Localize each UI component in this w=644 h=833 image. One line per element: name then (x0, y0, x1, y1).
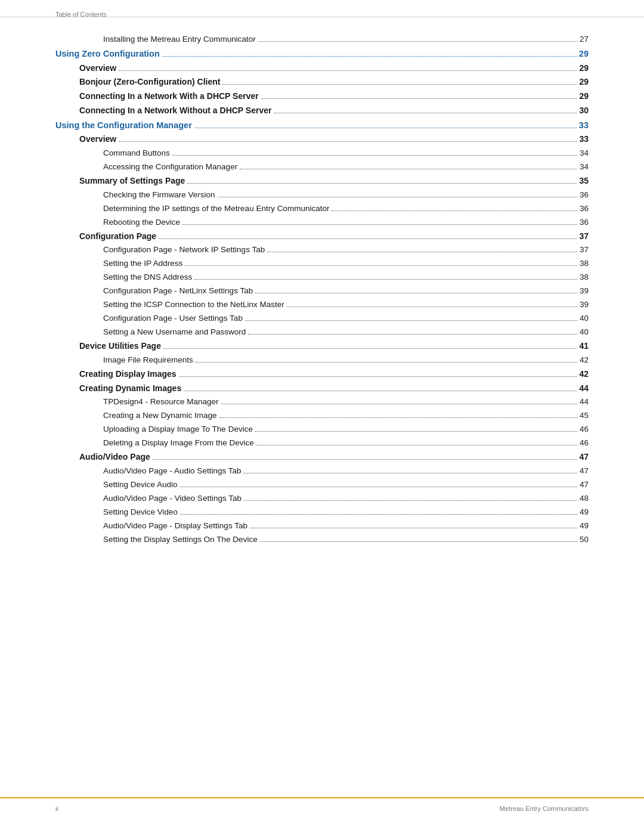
sub-heading-dots (261, 98, 577, 99)
toc-entry-creating-dynamic-images: Creating Dynamic Images 44 (55, 382, 589, 396)
section-heading-dots (194, 128, 577, 128)
toc-entry-page: 36 (580, 216, 589, 230)
toc-entry-text: Creating a New Dynamic Image (103, 409, 217, 423)
toc-entry-dots (172, 155, 577, 156)
toc-entry-page: 47 (580, 478, 589, 492)
toc-entry-creating-new-dynamic: Creating a New Dynamic Image 45 (55, 409, 589, 423)
sub-heading-text: Connecting In a Network With a DHCP Serv… (79, 89, 259, 104)
toc-entry-page: 38 (580, 257, 589, 271)
sub-heading-page: 29 (579, 61, 589, 76)
toc-entry-page: 38 (580, 271, 589, 284)
toc-entry-dots (182, 224, 577, 225)
toc-entry-text: Audio/Video Page - Audio Settings Tab (103, 465, 241, 478)
toc-entry-dots (240, 169, 577, 169)
toc-entry-text: Installing the Metreau Entry Communicato… (103, 33, 256, 47)
toc-entry-dots (196, 362, 577, 363)
toc-entry-connecting-with-dhcp: Connecting In a Network With a DHCP Serv… (55, 89, 589, 104)
sub-heading-page: 42 (579, 367, 589, 382)
toc-entry-text: Audio/Video Page - Video Settings Tab (103, 492, 242, 506)
toc-entry-dots (255, 431, 577, 432)
toc-entry-page: 36 (580, 188, 589, 202)
page: Table of Contents Installing the Metreau… (0, 0, 644, 833)
toc-entry-rebooting-device: Rebooting the Device 36 (55, 216, 589, 230)
toc-entry-dots (258, 41, 577, 42)
sub-heading-dots (163, 348, 577, 349)
toc-entry-uploading-display: Uploading a Display Image To The Device … (55, 423, 589, 436)
toc-entry-image-file-requirements: Image File Requirements 42 (55, 354, 589, 367)
toc-entry-setting-ip-address: Setting the IP Address 38 (55, 257, 589, 271)
sub-heading-page: 29 (579, 75, 589, 89)
toc-entry-creating-display-images: Creating Display Images 42 (55, 367, 589, 382)
sub-heading-text: Summary of Settings Page (79, 174, 185, 188)
toc-entry-dots (221, 404, 577, 404)
toc-entry-device-utilities: Device Utilities Page 41 (55, 339, 589, 354)
toc-entry-page: 49 (580, 506, 589, 519)
toc-entry-page: 37 (580, 243, 589, 257)
toc-entry-text: Setting Device Audio (103, 478, 178, 492)
toc-entry-dots (219, 417, 577, 418)
footer-page-number: ii (55, 805, 58, 812)
sub-heading-dots (184, 391, 577, 391)
toc-entry-dots (245, 320, 577, 321)
toc-entry-av-page-display-tab: Audio/Video Page - Display Settings Tab … (55, 519, 589, 533)
toc-entry-page: 48 (580, 492, 589, 506)
toc-entry-using-zero-config: Using Zero Configuration 29 (55, 47, 589, 61)
toc-entry-deleting-display: Deleting a Display Image From the Device… (55, 436, 589, 450)
toc-entry-page: 39 (580, 284, 589, 298)
section-heading-page: 29 (579, 47, 589, 61)
toc-entry-av-page-video-tab: Audio/Video Page - Video Settings Tab 48 (55, 492, 589, 506)
toc-entry-text: Setting the DNS Address (103, 271, 192, 284)
toc-entry-setting-username-password: Setting a New Username and Password 40 (55, 326, 589, 339)
toc-entry-text: Checking the Firmware Version (103, 188, 215, 202)
toc-entry-dots (250, 528, 577, 528)
toc-entry-page: 46 (580, 423, 589, 436)
toc-entry-dots (244, 500, 577, 501)
toc-entry-config-page-netlinx: Configuration Page - NetLinx Settings Ta… (55, 284, 589, 298)
toc-entry-text: Image File Requirements (103, 354, 193, 367)
sub-heading-dots (179, 376, 577, 377)
toc-entry-checking-firmware: Checking the Firmware Version 36 (55, 188, 589, 202)
toc-entry-tpdesign4-resource: TPDesign4 - Resource Manager 44 (55, 395, 589, 409)
sub-heading-page: 37 (579, 230, 589, 244)
toc-entry-page: 40 (580, 326, 589, 339)
toc-entry-overview-2: Overview 33 (55, 132, 589, 147)
section-heading-text: Using Zero Configuration (55, 47, 160, 61)
sub-heading-page: 29 (579, 89, 589, 104)
toc-entry-page: 46 (580, 436, 589, 450)
toc-entry-config-page: Configuration Page 37 (55, 230, 589, 244)
sub-heading-page: 35 (579, 174, 589, 188)
toc-entry-text: Determining the IP settings of the Metre… (103, 202, 329, 216)
toc-entry-page: 39 (580, 298, 589, 312)
sub-heading-text: Connecting In a Network Without a DHCP S… (79, 104, 271, 118)
toc-entry-summary-settings: Summary of Settings Page 35 (55, 174, 589, 188)
toc-entry-setting-dns-address: Setting the DNS Address 38 (55, 271, 589, 284)
toc-entry-determining-ip: Determining the IP settings of the Metre… (55, 202, 589, 216)
toc-entry-page: 40 (580, 312, 589, 326)
sub-heading-dots (187, 183, 577, 184)
toc-entry-setting-device-video: Setting Device Video 49 (55, 506, 589, 519)
sub-heading-text: Creating Display Images (79, 367, 177, 382)
toc-entry-dots (180, 514, 577, 515)
toc-entry-page: 34 (580, 147, 589, 160)
sub-heading-text: Audio/Video Page (79, 450, 150, 465)
toc-entry-text: Setting the Display Settings On The Devi… (103, 533, 258, 547)
sub-heading-dots (159, 239, 577, 239)
toc-entry-dots (256, 445, 577, 445)
toc-entry-installing-metreau: Installing the Metreau Entry Communicato… (55, 33, 589, 47)
toc-entry-dots (218, 197, 577, 197)
sub-heading-text: Overview (79, 61, 116, 76)
toc-entry-text: Setting the IP Address (103, 257, 182, 271)
toc-entry-accessing-config-manager: Accessing the Configuration Manager 34 (55, 160, 589, 174)
section-heading-page: 33 (579, 118, 589, 133)
toc-entry-bonjour: Bonjour (Zero-Configuration) Client 29 (55, 75, 589, 89)
sub-heading-dots (119, 70, 577, 71)
toc-entry-page: 36 (580, 202, 589, 216)
toc-entry-audio-video-page: Audio/Video Page 47 (55, 450, 589, 465)
toc-entry-dots (194, 279, 577, 280)
toc-entry-page: 44 (580, 395, 589, 409)
toc-entry-connecting-without-dhcp: Connecting In a Network Without a DHCP S… (55, 104, 589, 118)
toc-entry-setting-device-audio: Setting Device Audio 47 (55, 478, 589, 492)
sub-heading-dots (274, 113, 577, 113)
sub-heading-page: 33 (579, 132, 589, 147)
toc-entry-text: Accessing the Configuration Manager (103, 160, 237, 174)
